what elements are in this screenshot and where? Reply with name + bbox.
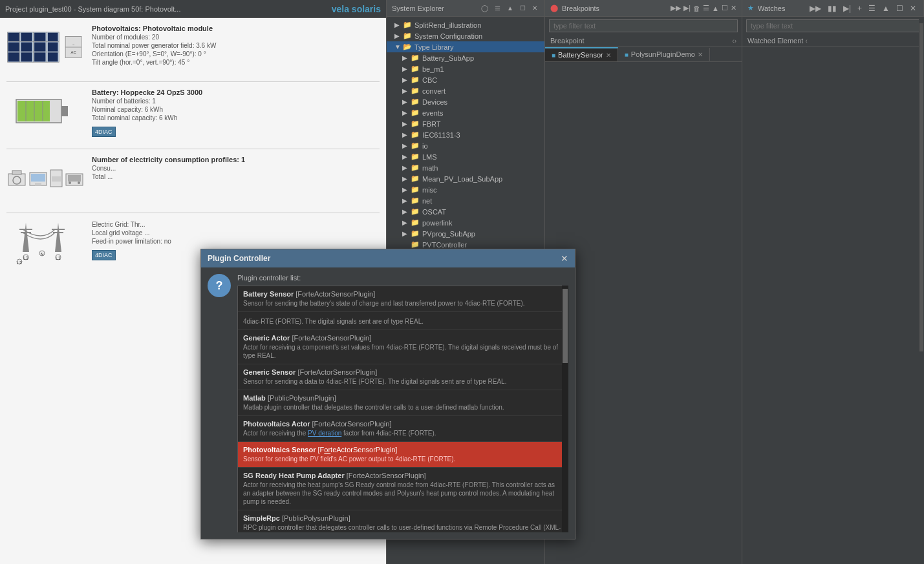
- watches-pin-btn[interactable]: ▲: [880, 3, 892, 14]
- explorer-scrollbar[interactable]: [919, 17, 924, 564]
- watches-max-btn[interactable]: ☐: [894, 3, 905, 14]
- tree-item-oscat[interactable]: ▶ 📁 OSCAT: [387, 206, 544, 217]
- modal-title: Plugin Controller: [208, 254, 270, 263]
- tree-item-splitrend[interactable]: ▶ 📁 SplitRend_illustration: [387, 19, 544, 30]
- explorer-minimize-btn[interactable]: ◯: [479, 4, 490, 12]
- explorer-close-btn[interactable]: ☐: [518, 4, 528, 12]
- tree-item-battery-subapp[interactable]: ▶ 📁 Battery_SubApp: [387, 52, 544, 63]
- folder-icon: 📁: [411, 131, 420, 139]
- plugin-item-simplerpc[interactable]: SimpleRpc [PublicPolysunPlugin] RPC plug…: [238, 510, 568, 532]
- svg-point-40: [78, 182, 80, 184]
- tree-item-io[interactable]: ▶ 📁 io: [387, 140, 544, 151]
- folder-icon: 📁: [411, 141, 420, 150]
- folder-icon: 📁: [411, 120, 420, 128]
- modal-info-icon: ?: [208, 274, 231, 297]
- tree-arrow: ▼: [394, 43, 401, 50]
- plugin-item-pv-actor[interactable]: Photovoltaics Actor [ForteActorSensorPlu…: [238, 416, 568, 442]
- folder-icon: 📁: [411, 207, 420, 216]
- tree-item-iec61131[interactable]: ▶ 📁 IEC61131-3: [387, 129, 544, 140]
- watches-col-header: Watched Element ‹: [742, 35, 923, 47]
- explorer-menu-btn[interactable]: ☰: [493, 4, 502, 12]
- plugin-item-matlab[interactable]: Matlab [PublicPolysunPlugin] Matlab plug…: [238, 390, 568, 416]
- explorer-scrollbar-thumb[interactable]: [919, 23, 923, 351]
- explorer-x-btn[interactable]: ✕: [530, 4, 539, 12]
- svg-rect-6: [8, 33, 19, 41]
- tab-battery-label: BatterySensor: [558, 51, 603, 59]
- bp-play-btn[interactable]: ▶▶: [671, 4, 681, 12]
- plugin-item-generic-actor[interactable]: Generic Actor [ForteActorSensorPlugin] A…: [238, 330, 568, 364]
- tree-item-typelib[interactable]: ▼ 📂 Type Library: [387, 41, 544, 52]
- tree-item-misc[interactable]: ▶ 📁 misc: [387, 184, 544, 195]
- folder-icon: 📁: [411, 87, 420, 95]
- svg-text:AC: AC: [70, 50, 76, 54]
- bp-filter-input[interactable]: [549, 19, 738, 32]
- bp-col-label: Breakpoint: [550, 37, 585, 45]
- plugin-item-generic-sensor[interactable]: Generic Sensor [ForteActorSensorPlugin] …: [238, 364, 568, 390]
- tab-battery-close[interactable]: ✕: [606, 52, 611, 59]
- watches-filter[interactable]: [746, 19, 919, 32]
- watches-nav-left[interactable]: ‹: [805, 37, 807, 45]
- bp-nav-arrow-right[interactable]: ›: [735, 37, 736, 45]
- tab-polysun-label: PolysunPluginDemo: [631, 50, 695, 58]
- plugin-item-sg-ready[interactable]: SG Ready Heat Pump Adapter [ForteActorSe…: [238, 468, 568, 510]
- tree-item-fbrt[interactable]: ▶ 📁 FBRT: [387, 118, 544, 129]
- tab-polysun-demo[interactable]: ■ PolysunPluginDemo ✕: [618, 48, 710, 61]
- tab-polysun-icon: ■: [625, 51, 629, 58]
- tree-item-net[interactable]: ▶ 📁 net: [387, 195, 544, 206]
- plugin-item-pv-sensor[interactable]: Photovoltaics Sensor [ForteActorSensorPl…: [238, 442, 568, 468]
- watches-play-btn[interactable]: ▶▶: [808, 3, 823, 14]
- modal-close-btn[interactable]: ✕: [561, 253, 568, 264]
- watches-filter-input[interactable]: [746, 19, 919, 32]
- tree-item-lms[interactable]: ▶ 📁 LMS: [387, 151, 544, 162]
- tree-item-events[interactable]: ▶ 📁 events: [387, 107, 544, 118]
- battery-4diac-badge: 4DIAC: [92, 127, 116, 137]
- bp-col-header: Breakpoint ‹ ›: [545, 35, 742, 47]
- svg-rect-15: [21, 52, 32, 61]
- bp-title: Breakpoints: [562, 5, 599, 12]
- folder-icon: 📁: [411, 196, 420, 205]
- tree-item-sysconfg[interactable]: ▶ 📁 System Configuration: [387, 30, 544, 41]
- modal-list[interactable]: Battery Sensor [ForteActorSensorPlugin] …: [237, 286, 568, 532]
- svg-rect-25: [17, 101, 50, 121]
- tree-item-powerlink[interactable]: ▶ 📁 powerlink: [387, 217, 544, 228]
- diagram-titlebar: Project plugin_test00 - System diagram 5…: [0, 0, 386, 18]
- explorer-titlebar: System Explorer ◯ ☰ ▲ ☐ ✕: [387, 0, 544, 17]
- svg-marker-44: [55, 223, 61, 252]
- bp-menu-btn[interactable]: ☰: [703, 4, 709, 12]
- svg-rect-12: [34, 43, 45, 52]
- tree-arrow: ▶: [402, 76, 409, 83]
- watches-menu-btn[interactable]: ☰: [866, 3, 877, 14]
- pv-icon: ~ AC: [6, 25, 84, 70]
- watches-close-btn[interactable]: ✕: [908, 3, 918, 14]
- tree-arrow: ▶: [402, 65, 409, 72]
- grid-4diac-badge: 4DIAC: [92, 250, 116, 260]
- tree-arrow: ▶: [402, 54, 409, 61]
- bp-close-btn[interactable]: ✕: [731, 4, 736, 12]
- tree-item-be-m1[interactable]: ▶ 📁 be_m1: [387, 63, 544, 74]
- plugin-item-battery-sensor[interactable]: Battery Sensor [ForteActorSensorPlugin] …: [238, 286, 568, 312]
- tree-item-math[interactable]: ▶ 📁 math: [387, 162, 544, 173]
- watches-add-btn[interactable]: +: [855, 3, 864, 14]
- tree-item-pvprog[interactable]: ▶ 📁 PVprog_SubApp: [387, 228, 544, 239]
- watches-pause-btn[interactable]: ▮▮: [826, 3, 839, 14]
- modal-scrollbar[interactable]: [562, 286, 568, 532]
- folder-icon: 📁: [411, 174, 420, 183]
- tree-arrow: ▶: [402, 164, 409, 171]
- tree-item-cbc[interactable]: ▶ 📁 CBC: [387, 74, 544, 85]
- tree-item-devices[interactable]: ▶ 📁 Devices: [387, 96, 544, 107]
- battery-diagram-item: Battery: Hoppecke 24 OpzS 3000 Number of…: [6, 89, 380, 137]
- tab-polysun-close[interactable]: ✕: [698, 51, 703, 58]
- modal-scrollbar-thumb[interactable]: [563, 289, 568, 363]
- bp-step-btn[interactable]: ▶|: [683, 4, 691, 12]
- explorer-pin-btn[interactable]: ▲: [505, 4, 515, 12]
- bp-filter[interactable]: [549, 19, 738, 32]
- watches-icon: ★: [747, 4, 754, 12]
- tree-item-mean-pv[interactable]: ▶ 📁 Mean_PV_Load_SubApp: [387, 173, 544, 184]
- tree-item-convert[interactable]: ▶ 📁 convert: [387, 85, 544, 96]
- watches-step-btn[interactable]: ▶|: [841, 3, 853, 14]
- bp-remove-btn[interactable]: 🗑: [693, 5, 700, 12]
- plugin-item-partial[interactable]: 4diac-RTE (FORTE). The digital signals s…: [238, 312, 568, 330]
- bp-max-btn[interactable]: ☐: [722, 4, 728, 12]
- tab-battery-sensor[interactable]: ■ BatterySensor ✕: [545, 47, 618, 61]
- bp-pin-btn[interactable]: ▲: [712, 5, 719, 12]
